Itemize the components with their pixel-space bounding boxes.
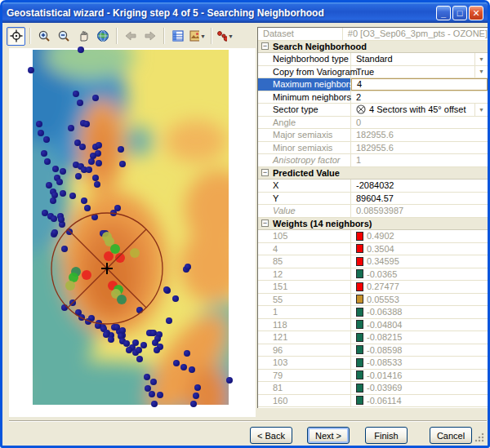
collapse-icon[interactable]: − — [261, 220, 269, 227]
sector-type-text: 4 Sectors with 45° offset — [369, 104, 466, 114]
dropdown-button[interactable]: ▼ — [474, 66, 488, 78]
pan-hand-icon — [77, 29, 90, 42]
weight-color-chip — [356, 384, 363, 393]
row-label: Anisotropy factor — [258, 154, 351, 166]
row-label[interactable]: Copy from Variogram — [258, 66, 351, 78]
dataset-row: Dataset #0 [O3_Sep06_3pm_pts - OZONE] — [258, 28, 488, 41]
weight-row: 121-0.08215 — [258, 331, 488, 344]
row-neighborhood-type[interactable]: Neighborhood type Standard ▼ — [258, 53, 488, 66]
weight-color-chip — [356, 244, 363, 253]
weight-row: 81-0.03969 — [258, 382, 488, 395]
weight-row: 118-0.04804 — [258, 319, 488, 332]
row-sector-type[interactable]: Sector type 4 Sectors with 45° offset ▼ — [258, 104, 488, 117]
collapse-icon[interactable]: − — [261, 42, 269, 50]
row-minor-semiaxis: Minor semiaxis 182955.6 — [258, 142, 488, 155]
section-weights[interactable]: − Weights (14 neighbors) — [258, 218, 488, 231]
finish-button[interactable]: Finish — [365, 427, 408, 444]
forward-arrow-icon — [144, 29, 157, 42]
dropdown-button[interactable]: ▼ — [474, 53, 488, 65]
neighbor-id: 55 — [258, 294, 351, 306]
row-x[interactable]: X -2084032 — [258, 180, 488, 193]
collapse-icon[interactable]: − — [261, 169, 269, 176]
table-icon — [172, 29, 185, 42]
close-button[interactable]: ✕ — [469, 6, 483, 20]
row-maximum-neighbors[interactable]: Maximum neighbors 4 — [258, 78, 488, 91]
section-search-neighborhood[interactable]: − Search Neighborhood — [258, 41, 488, 54]
row-major-semiaxis: Major semiaxis 182955.6 — [258, 129, 488, 142]
chevron-down-icon: ▼ — [479, 69, 484, 74]
row-value[interactable]: Standard — [351, 53, 474, 65]
weight-row: 79-0.01416 — [258, 370, 488, 383]
dataset-value: #0 [O3_Sep06_3pm_pts - OZONE] — [343, 28, 488, 40]
zoom-in-tool[interactable] — [34, 27, 53, 46]
back-tool[interactable] — [121, 27, 140, 46]
globe-icon — [96, 29, 109, 42]
identify-tool[interactable]: ▼ — [188, 27, 207, 46]
row-value[interactable]: 89604.57 — [351, 193, 488, 205]
symbol-points-tool[interactable]: ▼ — [216, 27, 234, 46]
dataset-label: Dataset — [258, 28, 343, 40]
row-label[interactable]: Sector type — [258, 104, 351, 116]
back-button[interactable]: < Back — [250, 427, 292, 444]
data-table-tool[interactable] — [168, 27, 187, 46]
row-copy-from-variogram[interactable]: Copy from Variogram True ▼ — [258, 66, 488, 79]
row-value[interactable]: 2 — [351, 91, 488, 104]
weight-row: 1-0.06388 — [258, 306, 488, 319]
weight-value: -0.08215 — [367, 332, 402, 342]
row-label[interactable]: Neighborhood type — [258, 53, 351, 65]
row-y[interactable]: Y 89604.57 — [258, 193, 488, 206]
weight-value: -0.08598 — [367, 345, 402, 355]
weight-value: -0.03969 — [367, 383, 402, 393]
neighbor-id: 118 — [258, 319, 351, 331]
cancel-button[interactable]: Cancel — [430, 427, 472, 444]
zoom-in-icon — [38, 29, 51, 42]
crosshair-pointer-tool[interactable] — [7, 27, 25, 46]
map-toolbar: ▼ ▼ — [4, 24, 256, 48]
weight-color-chip — [356, 370, 363, 379]
next-button[interactable]: Next > — [307, 427, 350, 444]
weight-row: 12-0.0365 — [258, 268, 488, 282]
neighbor-id: 1 — [258, 306, 351, 318]
geostatistical-wizard-dialog: Geostatistical wizard - Kriging step 4 o… — [0, 0, 490, 448]
row-value[interactable]: 4 Sectors with 45° offset — [351, 104, 474, 116]
neighbor-id: 4 — [258, 243, 351, 255]
row-value[interactable]: True — [351, 66, 474, 78]
resize-grip[interactable] — [474, 432, 484, 442]
weight-color-chip — [356, 358, 363, 367]
weight-row: 1510.27477 — [258, 281, 488, 294]
minimize-button[interactable]: _ — [436, 6, 451, 20]
row-minimum-neighbors[interactable]: Minimum neighbors 2 — [258, 91, 488, 104]
neighbor-id: 79 — [258, 370, 351, 382]
chevron-down-icon: ▼ — [479, 56, 484, 62]
weight-color-chip — [356, 333, 363, 342]
titlebar[interactable]: Geostatistical wizard - Kriging step 4 o… — [2, 2, 488, 23]
neighbor-id: 85 — [258, 255, 351, 268]
maximum-neighbors-input[interactable]: 4 — [351, 78, 488, 91]
toolbar-separator — [211, 28, 212, 44]
row-label: Minor semiaxis — [258, 142, 351, 154]
pan-tool[interactable] — [74, 27, 92, 46]
section-predicted-value[interactable]: − Predicted Value — [258, 167, 488, 180]
weight-value: 0.27477 — [367, 282, 399, 291]
row-value[interactable]: -2084032 — [351, 180, 488, 192]
weight-row: 850.34595 — [258, 255, 488, 268]
weight-color-chip — [356, 345, 363, 354]
full-extent-tool[interactable] — [93, 27, 112, 46]
weight-row: 96-0.08598 — [258, 344, 488, 357]
row-label[interactable]: Minimum neighbors — [258, 91, 351, 104]
toolbar-separator — [163, 28, 165, 44]
kriging-preview-map[interactable] — [33, 50, 229, 405]
row-label[interactable]: X — [258, 180, 351, 192]
section-title: Predicted Value — [273, 168, 340, 178]
dropdown-button[interactable]: ▼ — [474, 104, 488, 116]
weight-value: -0.06388 — [367, 307, 402, 317]
weight-color-chip — [356, 282, 363, 291]
forward-tool[interactable] — [140, 27, 159, 46]
zoom-out-tool[interactable] — [54, 27, 73, 46]
row-label[interactable]: Y — [258, 193, 351, 205]
maximize-button[interactable]: □ — [452, 6, 467, 20]
neighbor-id: 103 — [258, 357, 351, 369]
section-title: Weights (14 neighbors) — [273, 219, 372, 228]
row-label[interactable]: Maximum neighbors — [258, 78, 351, 91]
row-label: Angle — [258, 117, 351, 129]
